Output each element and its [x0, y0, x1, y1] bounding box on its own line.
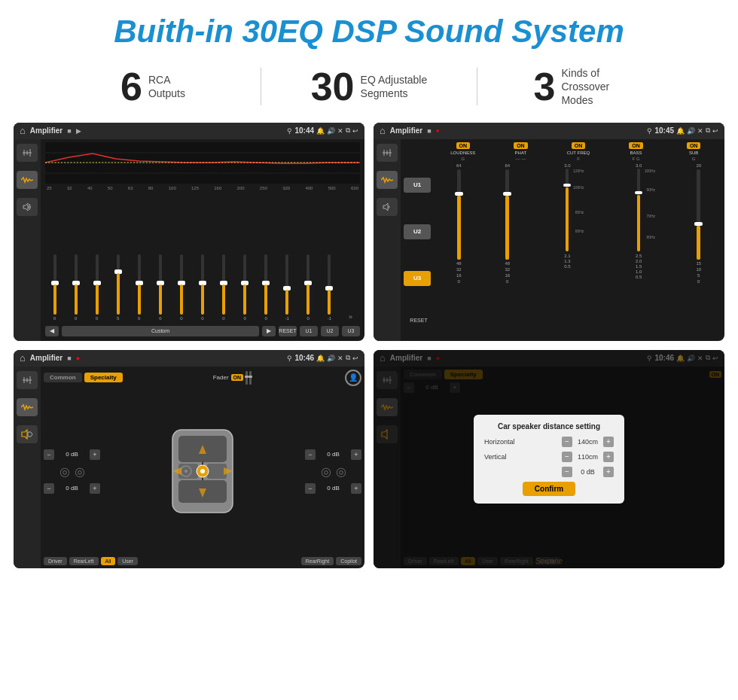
cutfreq-track1[interactable]: 120Hz 100Hz 80Hz 60Hz	[566, 169, 569, 251]
fader-track2[interactable]	[249, 371, 252, 385]
u3-button[interactable]: U3	[404, 271, 431, 286]
vol-bl-minus-btn[interactable]: −	[44, 483, 54, 494]
fader-track1[interactable]	[245, 371, 248, 385]
dialog-horizontal-minus-btn[interactable]: −	[562, 437, 572, 447]
eq-slider-2[interactable]: 0	[66, 254, 85, 321]
driver-btn[interactable]: Driver	[44, 557, 67, 565]
eq-back-icon[interactable]: ↩	[352, 127, 358, 135]
cutfreq-on-btn[interactable]: ON	[572, 142, 586, 149]
eq-slider-9[interactable]: 0	[215, 254, 233, 321]
crossover-back-icon[interactable]: ↩	[712, 127, 718, 135]
dialog-db-row: − 0 dB +	[484, 467, 614, 477]
crossover-close-icon[interactable]: ✕	[697, 127, 703, 135]
crossover-screen-body: ON LOUDNESS G ON PHAT — — ON CUT FREQ F	[374, 139, 724, 341]
eq-u1-btn[interactable]: U1	[300, 326, 318, 336]
freq-500: 500	[328, 186, 336, 190]
vol-tr-minus-btn[interactable]: −	[305, 449, 316, 460]
loudness-on-btn[interactable]: ON	[456, 142, 471, 149]
eq-slider-4[interactable]: 5	[108, 254, 127, 321]
svg-point-28	[184, 470, 188, 473]
eq-next-btn[interactable]: ▶	[262, 326, 276, 336]
speaker-home-icon[interactable]: ⌂	[20, 352, 26, 364]
crossover-window-icon[interactable]: ⧉	[706, 126, 710, 135]
eq-sidebar-wave-btn[interactable]	[17, 171, 38, 189]
svg-marker-4	[23, 203, 28, 211]
fader-on-btn[interactable]: ON	[231, 374, 244, 381]
eq-slider-3[interactable]: 0	[87, 254, 106, 321]
eq-slider-10[interactable]: 0	[236, 254, 255, 321]
eq-reset-btn[interactable]: RESET	[279, 326, 297, 336]
dialog-horizontal-value: 140cm	[575, 438, 601, 446]
sub-g-label: G	[692, 157, 696, 161]
loudness-track[interactable]	[457, 169, 461, 260]
vol-tl-minus-btn[interactable]: −	[44, 449, 54, 460]
eq-slider-14[interactable]: -1	[320, 254, 339, 321]
u-buttons: U1 U2 U3 RESET	[404, 163, 434, 338]
eq-slider-15: »	[341, 313, 360, 321]
vol-tr-plus-btn[interactable]: +	[351, 449, 361, 460]
dialog-db-plus-btn[interactable]: +	[603, 467, 614, 477]
vol-br-plus-btn[interactable]: +	[351, 483, 361, 494]
dialog-vertical-minus-btn[interactable]: −	[562, 452, 572, 462]
eq-slider-11[interactable]: 0	[257, 254, 276, 321]
crossover-sidebar-speaker-btn[interactable]	[377, 198, 398, 216]
eq-slider-13[interactable]: 0	[299, 254, 318, 321]
eq-sound-icon: 🔔	[316, 127, 325, 135]
vol-bl-plus-btn[interactable]: +	[90, 483, 100, 494]
u2-button[interactable]: U2	[404, 224, 431, 239]
eq-location-icon: ⚲	[287, 127, 292, 135]
eq-slider-6[interactable]: 0	[151, 254, 169, 321]
phat-on-btn[interactable]: ON	[514, 142, 528, 149]
speaker-sidebar-wave-btn[interactable]	[17, 398, 38, 416]
vol-tl-plus-btn[interactable]: +	[90, 449, 100, 460]
eq-slider-1[interactable]: 0	[45, 254, 64, 321]
crossover-sidebar-wave-btn[interactable]	[377, 171, 398, 189]
sub-track[interactable]	[697, 169, 700, 260]
bass-on-btn[interactable]: ON	[629, 142, 643, 149]
all-btn[interactable]: All	[101, 557, 116, 565]
eq-u3-btn[interactable]: U3	[342, 326, 360, 336]
rearleft-btn[interactable]: RearLeft	[69, 557, 99, 565]
stat-eq-label: EQ AdjustableSegments	[361, 73, 428, 100]
speaker-back-icon[interactable]: ↩	[352, 355, 358, 362]
confirm-button[interactable]: Confirm	[523, 482, 575, 496]
speaker-close-icon[interactable]: ✕	[337, 355, 343, 362]
crossover-reset-btn[interactable]: RESET	[404, 318, 434, 323]
loudness-label: LOUDNESS	[450, 151, 475, 155]
dialog-horizontal-plus-btn[interactable]: +	[603, 437, 614, 447]
eq-close-icon[interactable]: ✕	[337, 127, 343, 135]
common-tab[interactable]: Common	[44, 373, 82, 382]
eq-custom-label[interactable]: Custom	[62, 326, 259, 336]
crossover-home-icon[interactable]: ⌂	[380, 125, 386, 136]
rearright-btn[interactable]: RearRight	[301, 557, 334, 565]
speaker-sidebar-eq-btn[interactable]	[17, 371, 38, 389]
left-volumes: − 0 dB + ◎ ◎ − 0 dB +	[44, 449, 100, 494]
dialog-db-minus-btn[interactable]: −	[562, 467, 572, 477]
user-btn[interactable]: User	[117, 557, 138, 565]
eq-u2-btn[interactable]: U2	[321, 326, 339, 336]
eq-slider-8[interactable]: 0	[193, 254, 212, 321]
phat-track[interactable]	[505, 169, 509, 260]
speaker-window-icon[interactable]: ⧉	[346, 354, 350, 362]
u1-button[interactable]: U1	[404, 178, 431, 193]
vol-br-minus-btn[interactable]: −	[305, 483, 316, 494]
home-icon[interactable]: ⌂	[20, 125, 26, 136]
profile-icon[interactable]: 👤	[345, 370, 361, 386]
specialty-tab[interactable]: Specialty	[84, 373, 123, 382]
eq-slider-7[interactable]: 0	[172, 254, 191, 321]
dialog-vertical-input: − 110cm +	[562, 452, 614, 462]
eq-slider-5[interactable]: 0	[130, 254, 148, 321]
bass-track1[interactable]: 100Hz 90Hz 70Hz 60Hz	[637, 169, 640, 251]
eq-sidebar-speaker-btn[interactable]	[17, 198, 38, 216]
dialog-vertical-plus-btn[interactable]: +	[603, 452, 614, 462]
speaker-sidebar-spk-btn[interactable]	[17, 425, 38, 443]
vol-bottom-right: − 0 dB +	[305, 483, 361, 494]
eq-slider-12[interactable]: -1	[278, 254, 297, 321]
crossover-sidebar-eq-btn[interactable]	[377, 144, 398, 162]
sub-on-btn[interactable]: ON	[687, 142, 701, 149]
svg-marker-14	[383, 203, 388, 211]
eq-sidebar-eq-btn[interactable]	[17, 144, 38, 162]
eq-window-icon[interactable]: ⧉	[346, 126, 350, 135]
copilot-btn[interactable]: Copilot	[336, 557, 361, 565]
eq-prev-btn[interactable]: ◀	[45, 326, 59, 336]
